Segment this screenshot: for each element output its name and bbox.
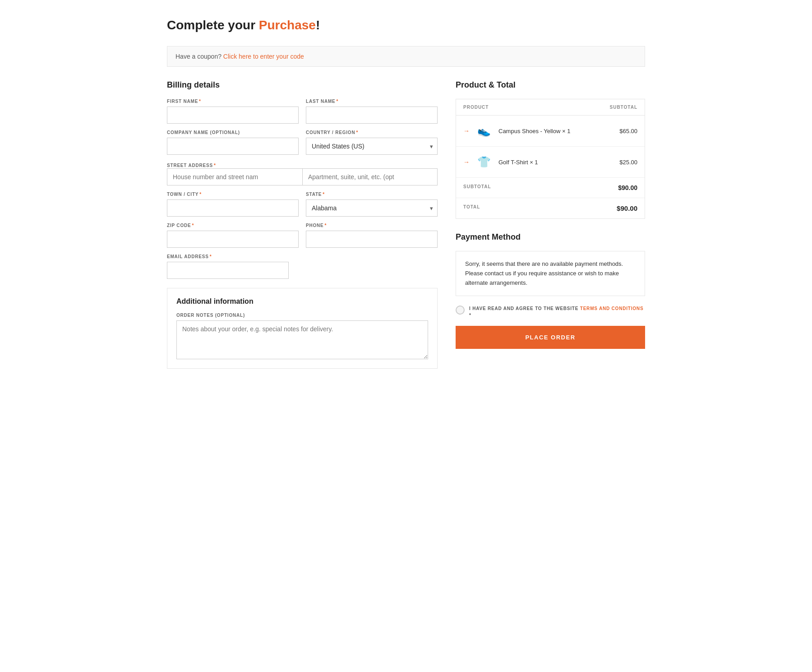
phone-group: PHONE* xyxy=(306,223,438,248)
product-total-table: PRODUCT SUBTOTAL → 👟 Campus Shoes - Yell… xyxy=(456,99,645,219)
order-notes-group: ORDER NOTES (OPTIONAL) xyxy=(176,313,428,359)
town-city-group: TOWN / CITY* xyxy=(167,192,299,217)
total-label: TOTAL xyxy=(463,204,480,212)
company-name-label: COMPANY NAME (OPTIONAL) xyxy=(167,130,299,135)
total-row: TOTAL $90.00 xyxy=(456,198,645,218)
payment-method-section: Payment Method Sorry, it seems that ther… xyxy=(456,232,645,296)
billing-section: Billing details FIRST NAME* LAST NAME* xyxy=(167,80,438,369)
state-group: STATE* Alabama Alaska Arizona Illinois xyxy=(306,192,438,217)
country-group: COUNTRY / REGION* United States (US) Can… xyxy=(306,130,438,155)
table-row: → 👕 Golf T-Shirt × 1 $25.00 xyxy=(456,147,645,178)
street-address-1-input[interactable] xyxy=(167,168,302,185)
coupon-text: Have a coupon? xyxy=(175,53,221,60)
last-name-label: LAST NAME* xyxy=(306,99,438,104)
town-city-label: TOWN / CITY* xyxy=(167,192,299,197)
product-price-2: $25.00 xyxy=(619,159,637,166)
state-select-wrapper: Alabama Alaska Arizona Illinois xyxy=(306,199,438,217)
terms-link[interactable]: TERMS AND CONDITIONS xyxy=(580,306,644,311)
page-title-suffix: ! xyxy=(316,18,320,32)
street-2-group xyxy=(302,168,438,185)
first-name-group: FIRST NAME* xyxy=(167,99,299,124)
town-city-input[interactable] xyxy=(167,199,299,217)
payment-notice-text: Sorry, it seems that there are no availa… xyxy=(465,260,623,286)
terms-row: I HAVE READ AND AGREE TO THE WEBSITE TER… xyxy=(456,305,645,319)
state-label: STATE* xyxy=(306,192,438,197)
product-total-section: Product & Total PRODUCT SUBTOTAL → 👟 Cam… xyxy=(456,80,645,219)
company-name-group: COMPANY NAME (OPTIONAL) xyxy=(167,130,299,155)
billing-section-title: Billing details xyxy=(167,80,438,90)
subtotal-row: SUBTOTAL $90.00 xyxy=(456,178,645,198)
last-name-group: LAST NAME* xyxy=(306,99,438,124)
phone-input[interactable] xyxy=(306,231,438,248)
terms-text: I HAVE READ AND AGREE TO THE WEBSITE TER… xyxy=(469,305,645,319)
street-1-group xyxy=(167,168,302,185)
country-label: COUNTRY / REGION* xyxy=(306,130,438,135)
zip-code-group: ZIP CODE* xyxy=(167,223,299,248)
product-name-2: Golf T-Shirt × 1 xyxy=(498,159,614,166)
total-value: $90.00 xyxy=(617,204,637,212)
order-notes-input[interactable] xyxy=(176,320,428,359)
product-price-1: $65.00 xyxy=(619,128,637,134)
arrow-icon-1: → xyxy=(463,127,470,134)
email-group: EMAIL ADDRESS* xyxy=(167,254,438,279)
town-state-row: TOWN / CITY* STATE* Alabama Alaska Arizo… xyxy=(167,192,438,217)
product-total-title: Product & Total xyxy=(456,80,645,90)
product-image-1: 👟 xyxy=(475,122,493,140)
street-address-label: STREET ADDRESS* xyxy=(167,163,216,168)
country-select[interactable]: United States (US) Canada United Kingdom… xyxy=(306,138,438,155)
page-title-prefix: Complete your xyxy=(167,18,259,32)
place-order-button[interactable]: PLACE ORDER xyxy=(456,326,645,349)
subtotal-value: $90.00 xyxy=(618,184,637,191)
pt-header: PRODUCT SUBTOTAL xyxy=(456,99,645,116)
additional-info-section: Additional information ORDER NOTES (OPTI… xyxy=(167,288,438,369)
company-country-row: COMPANY NAME (OPTIONAL) COUNTRY / REGION… xyxy=(167,130,438,155)
table-row: → 👟 Campus Shoes - Yellow × 1 $65.00 xyxy=(456,116,645,147)
order-notes-label: ORDER NOTES (OPTIONAL) xyxy=(176,313,428,318)
product-name-1: Campus Shoes - Yellow × 1 xyxy=(498,128,614,134)
page-title-highlight: Purchase xyxy=(259,18,316,32)
terms-checkbox[interactable] xyxy=(456,306,465,315)
country-select-wrapper: United States (US) Canada United Kingdom… xyxy=(306,138,438,155)
pt-product-header: PRODUCT xyxy=(463,105,489,110)
page-title: Complete your Purchase! xyxy=(167,18,645,32)
payment-notice: Sorry, it seems that there are no availa… xyxy=(456,251,645,296)
arrow-icon-2: → xyxy=(463,158,470,166)
state-select[interactable]: Alabama Alaska Arizona Illinois xyxy=(306,199,438,217)
name-row: FIRST NAME* LAST NAME* xyxy=(167,99,438,124)
email-row: EMAIL ADDRESS* xyxy=(167,254,438,279)
email-label: EMAIL ADDRESS* xyxy=(167,254,438,259)
street-address-group: STREET ADDRESS* xyxy=(167,161,438,185)
email-input[interactable] xyxy=(167,262,289,279)
right-column: Product & Total PRODUCT SUBTOTAL → 👟 Cam… xyxy=(456,80,645,349)
street-address-2-input[interactable] xyxy=(302,168,438,185)
street-pair xyxy=(167,168,438,185)
phone-label: PHONE* xyxy=(306,223,438,228)
coupon-link[interactable]: Click here to enter your code xyxy=(223,53,304,60)
zip-phone-row: ZIP CODE* PHONE* xyxy=(167,223,438,248)
subtotal-label: SUBTOTAL xyxy=(463,184,491,191)
product-image-2: 👕 xyxy=(475,153,493,171)
payment-method-title: Payment Method xyxy=(456,232,645,242)
zip-code-input[interactable] xyxy=(167,231,299,248)
first-name-label: FIRST NAME* xyxy=(167,99,299,104)
last-name-input[interactable] xyxy=(306,107,438,124)
company-name-input[interactable] xyxy=(167,138,299,155)
zip-code-label: ZIP CODE* xyxy=(167,223,299,228)
first-name-input[interactable] xyxy=(167,107,299,124)
coupon-bar: Have a coupon? Click here to enter your … xyxy=(167,46,645,67)
pt-subtotal-header: SUBTOTAL xyxy=(609,105,637,110)
additional-info-title: Additional information xyxy=(176,297,428,306)
